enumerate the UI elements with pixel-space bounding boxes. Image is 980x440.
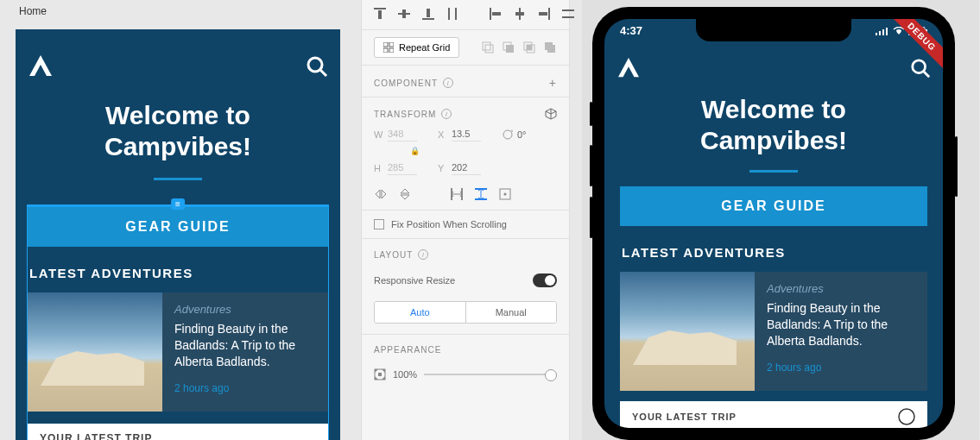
- adventure-card[interactable]: Adventures Finding Beauty in the Badland…: [28, 292, 328, 412]
- gear-guide-button[interactable]: GEAR GUIDE: [620, 186, 927, 226]
- phone-notch: [696, 19, 851, 41]
- height-field[interactable]: H: [374, 160, 429, 175]
- breadcrumb[interactable]: Home: [19, 5, 47, 17]
- svg-rect-16: [562, 9, 574, 11]
- distribute-vertical-icon[interactable]: [446, 7, 458, 21]
- opacity-value[interactable]: 100%: [393, 369, 417, 380]
- svg-point-46: [913, 60, 926, 73]
- search-icon[interactable]: [306, 55, 328, 78]
- svg-rect-11: [492, 12, 501, 16]
- auto-button[interactable]: Auto: [375, 302, 466, 323]
- svg-rect-34: [475, 188, 487, 190]
- card-category: Adventures: [767, 282, 915, 295]
- info-icon[interactable]: i: [441, 109, 452, 119]
- scroll-vertical-icon[interactable]: [474, 187, 488, 201]
- resize-mode-segment[interactable]: Auto Manual: [374, 301, 557, 324]
- responsive-toggle[interactable]: [533, 273, 557, 287]
- rotate-icon[interactable]: [502, 129, 514, 141]
- flip-vertical-icon[interactable]: [398, 187, 412, 201]
- align-toolbar: [362, 0, 569, 30]
- align-right-icon[interactable]: [538, 7, 550, 21]
- underline: [749, 170, 798, 173]
- stack-badge-icon[interactable]: ≡: [171, 198, 185, 210]
- height-input[interactable]: [388, 160, 417, 175]
- responsive-resize-label: Responsive Resize: [374, 275, 455, 286]
- distribute-horizontal-icon[interactable]: [562, 7, 574, 21]
- status-time: 4:37: [620, 24, 642, 37]
- card-timestamp: 2 hours ago: [174, 382, 316, 394]
- svg-rect-15: [539, 12, 547, 16]
- svg-rect-28: [527, 45, 532, 50]
- add-boolean-icon[interactable]: [481, 41, 495, 54]
- svg-rect-3: [378, 10, 382, 19]
- svg-rect-39: [876, 33, 877, 35]
- scroll-horizontal-icon[interactable]: [450, 187, 464, 201]
- rotation-value[interactable]: 0°: [517, 129, 527, 140]
- svg-rect-18: [383, 42, 388, 47]
- welcome-title: Welcome toCampvibes!: [33, 100, 323, 162]
- artboard-canvas[interactable]: Welcome toCampvibes! ≡ GEAR GUIDE LATEST…: [16, 29, 340, 440]
- svg-point-48: [899, 409, 914, 424]
- your-trip-section[interactable]: YOUR LATEST TRIP: [28, 424, 328, 440]
- card-image: [620, 272, 755, 391]
- latest-adventures-heading: LATEST ADVENTURES: [28, 247, 328, 292]
- svg-point-37: [504, 193, 507, 196]
- align-left-icon[interactable]: [490, 7, 502, 21]
- width-field[interactable]: W: [374, 127, 429, 141]
- info-icon[interactable]: i: [443, 78, 453, 88]
- svg-rect-9: [455, 8, 457, 20]
- logo-icon: [28, 55, 54, 78]
- search-icon[interactable]: [910, 58, 931, 79]
- svg-rect-41: [882, 29, 884, 35]
- repeat-grid-button[interactable]: Repeat Grid: [374, 37, 459, 58]
- flip-horizontal-icon[interactable]: [374, 187, 388, 201]
- grid-icon: [383, 42, 394, 53]
- svg-rect-42: [886, 28, 888, 35]
- phone-volume-up: [590, 145, 592, 186]
- lock-icon[interactable]: 🔒: [410, 147, 420, 155]
- add-component-icon[interactable]: +: [549, 76, 557, 90]
- gear-guide-button[interactable]: GEAR GUIDE: [28, 205, 328, 247]
- x-input[interactable]: [452, 127, 481, 141]
- selection-box[interactable]: ≡ GEAR GUIDE LATEST ADVENTURES Adventure…: [28, 205, 328, 440]
- intersect-boolean-icon[interactable]: [522, 41, 536, 54]
- chevron-icon: [898, 408, 915, 425]
- exclude-boolean-icon[interactable]: [543, 41, 557, 54]
- svg-line-47: [924, 72, 929, 77]
- underline: [154, 178, 202, 180]
- align-bottom-icon[interactable]: [422, 7, 434, 21]
- svg-rect-19: [389, 42, 394, 47]
- card-title: Finding Beauty in the Badlands: A Trip t…: [767, 300, 915, 349]
- adventure-card[interactable]: Adventures Finding Beauty in the Badland…: [620, 272, 927, 391]
- manual-button[interactable]: Manual: [466, 302, 557, 323]
- x-field[interactable]: X: [438, 127, 493, 141]
- layout-section-header: LAYOUT i: [362, 239, 569, 267]
- svg-rect-25: [506, 45, 514, 53]
- align-top-icon[interactable]: [374, 7, 386, 21]
- svg-rect-22: [483, 42, 490, 50]
- y-input[interactable]: [452, 160, 481, 175]
- svg-rect-13: [515, 12, 524, 16]
- signal-icon: [876, 27, 889, 35]
- scroll-both-icon[interactable]: [498, 187, 512, 201]
- transform-section-header: TRANSFORM i: [362, 97, 569, 127]
- your-trip-section[interactable]: YOUR LATEST TRIP: [620, 401, 927, 428]
- svg-rect-7: [427, 9, 430, 17]
- y-field[interactable]: Y: [438, 160, 493, 175]
- subtract-boolean-icon[interactable]: [502, 41, 515, 54]
- align-center-icon[interactable]: [514, 7, 526, 21]
- cube-3d-icon[interactable]: [545, 108, 557, 120]
- checkbox-icon[interactable]: [374, 219, 384, 229]
- width-input[interactable]: [388, 127, 417, 141]
- info-icon[interactable]: i: [418, 249, 428, 260]
- fix-position-row[interactable]: Fix Position When Scrolling: [362, 211, 569, 239]
- svg-rect-2: [374, 8, 386, 9]
- svg-rect-30: [547, 45, 555, 53]
- svg-rect-35: [475, 198, 487, 200]
- svg-line-1: [320, 70, 326, 76]
- phone-power-button: [955, 136, 958, 197]
- align-middle-icon[interactable]: [398, 7, 410, 21]
- svg-rect-32: [451, 188, 452, 200]
- phone-side-button: [590, 102, 592, 126]
- opacity-slider[interactable]: [424, 374, 557, 375]
